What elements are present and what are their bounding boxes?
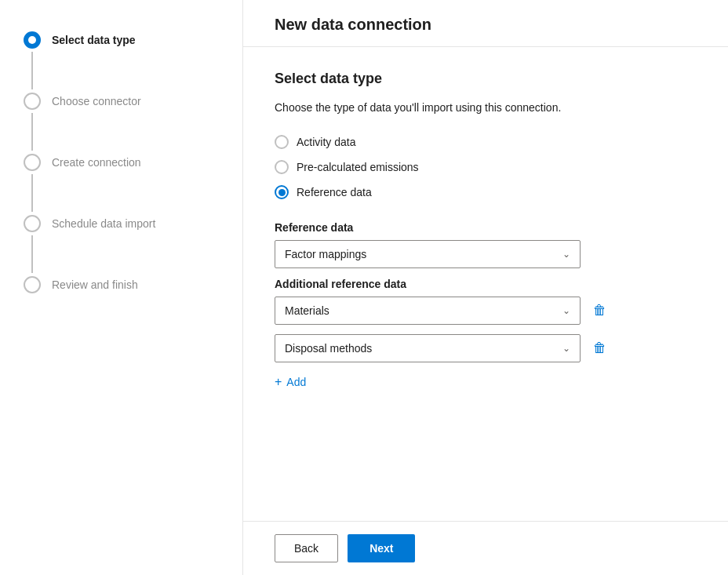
radio-inner-reference — [278, 189, 286, 196]
main-panel: New data connection Select data type Cho… — [243, 0, 728, 575]
chevron-down-icon-disposal: ⌄ — [562, 343, 570, 354]
main-header: New data connection — [243, 0, 728, 47]
radio-group: Activity data Pre-calculated emissions R… — [275, 135, 697, 199]
step-line-4 — [31, 235, 33, 273]
reference-data-field-label: Reference data — [275, 221, 697, 234]
radio-label-activity: Activity data — [297, 136, 355, 148]
disposal-methods-dropdown[interactable]: Disposal methods ⌄ — [275, 334, 581, 362]
radio-label-reference: Reference data — [297, 186, 372, 198]
step-circle-1 — [24, 31, 41, 49]
chevron-down-icon-materials: ⌄ — [562, 305, 570, 316]
step-label-2: Choose connector — [52, 93, 141, 110]
additional-reference-label: Additional reference data — [275, 278, 697, 290]
trash-icon-disposal: 🗑 — [593, 340, 606, 356]
reference-data-dropdown-value: Factor mappings — [285, 248, 366, 260]
main-footer: Back Next — [243, 521, 728, 575]
radio-reference-data[interactable]: Reference data — [275, 185, 697, 199]
reference-data-dropdown[interactable]: Factor mappings ⌄ — [275, 240, 581, 268]
add-label: Add — [286, 376, 306, 388]
step-schedule-data-import: Schedule data import — [24, 215, 219, 276]
step-line-3 — [31, 174, 33, 212]
section-title: Select data type — [275, 71, 697, 87]
delete-disposal-button[interactable]: 🗑 — [587, 336, 612, 361]
step-line-2 — [31, 113, 33, 151]
step-label-1: Select data type — [52, 31, 136, 49]
step-select-data-type: Select data type — [24, 31, 219, 93]
sidebar: Select data type Choose connector Create… — [0, 0, 243, 575]
main-body: Select data type Choose the type of data… — [243, 47, 728, 521]
add-button[interactable]: + Add — [275, 372, 306, 392]
materials-dropdown-wrap: Materials ⌄ 🗑 — [275, 297, 697, 325]
radio-circle-reference — [275, 185, 289, 199]
disposal-dropdown-value: Disposal methods — [285, 342, 372, 355]
radio-circle-pre-calculated — [275, 160, 289, 174]
delete-materials-button[interactable]: 🗑 — [587, 298, 612, 323]
step-line-1 — [31, 52, 33, 89]
radio-activity-data[interactable]: Activity data — [275, 135, 697, 149]
plus-icon: + — [275, 375, 282, 389]
step-circle-5 — [24, 276, 41, 293]
next-button[interactable]: Next — [348, 534, 415, 562]
step-label-3: Create connection — [52, 154, 141, 171]
step-create-connection: Create connection — [24, 154, 219, 215]
reference-data-dropdown-wrap: Factor mappings ⌄ — [275, 240, 697, 268]
section-description: Choose the type of data you'll import us… — [275, 100, 604, 116]
radio-circle-activity — [275, 135, 289, 149]
materials-dropdown[interactable]: Materials ⌄ — [275, 297, 581, 325]
page-title: New data connection — [275, 16, 697, 34]
step-choose-connector: Choose connector — [24, 93, 219, 154]
disposal-dropdown-wrap: Disposal methods ⌄ 🗑 — [275, 334, 697, 362]
step-label-4: Schedule data import — [52, 215, 155, 232]
step-circle-2 — [24, 93, 41, 110]
radio-label-pre-calculated: Pre-calculated emissions — [297, 161, 419, 173]
back-button[interactable]: Back — [275, 534, 338, 562]
chevron-down-icon: ⌄ — [562, 249, 570, 260]
step-label-5: Review and finish — [52, 276, 138, 293]
step-circle-4 — [24, 215, 41, 232]
materials-dropdown-value: Materials — [285, 304, 329, 317]
step-circle-3 — [24, 154, 41, 171]
radio-pre-calculated[interactable]: Pre-calculated emissions — [275, 160, 697, 174]
step-review-and-finish: Review and finish — [24, 276, 219, 293]
trash-icon-materials: 🗑 — [593, 303, 606, 318]
